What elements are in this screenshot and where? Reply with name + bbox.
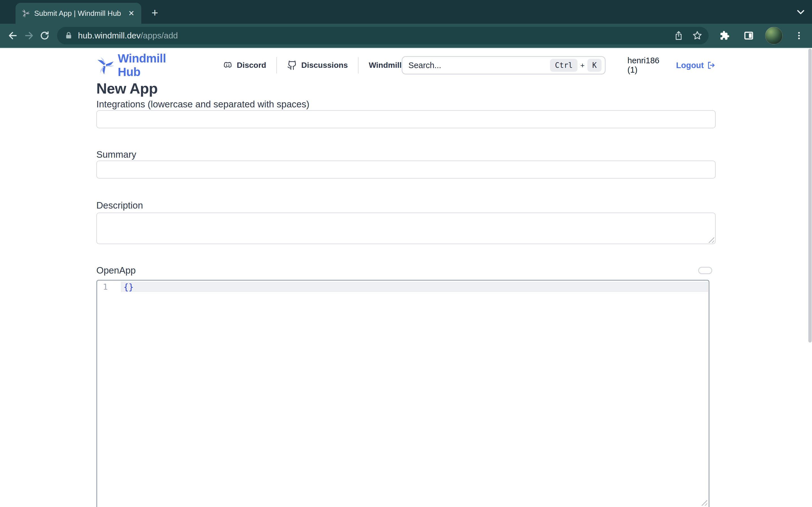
nav-item-discussions[interactable]: Discussions	[287, 60, 348, 70]
kbd-k: K	[587, 59, 602, 72]
back-icon	[8, 30, 18, 41]
page-title: New App	[96, 80, 716, 97]
browser-menu-button[interactable]	[791, 28, 807, 44]
new-tab-button[interactable]: +	[149, 7, 161, 19]
kbd-ctrl: Ctrl	[550, 59, 577, 72]
description-field	[96, 213, 716, 244]
kbd-plus: +	[580, 61, 584, 70]
side-panel-icon	[743, 30, 754, 41]
extensions-puzzle-icon	[719, 30, 730, 41]
github-icon	[287, 60, 297, 70]
toolbar-actions	[716, 27, 807, 44]
user-section: henri186 (1) Logout	[627, 56, 716, 75]
description-label: Description	[96, 200, 716, 211]
description-textarea[interactable]	[96, 213, 716, 244]
tab-search-chevron-icon[interactable]	[796, 7, 806, 17]
tab-title: Submit App | Windmill Hub	[34, 9, 127, 18]
bookmark-button[interactable]	[692, 30, 703, 41]
forward-button[interactable]	[21, 28, 37, 44]
editor-resize-handle[interactable]	[701, 500, 707, 506]
browser-tab[interactable]: Submit App | Windmill Hub ✕	[15, 3, 141, 24]
openapp-row: OpenApp	[96, 265, 716, 276]
brand-name: Windmill Hub	[118, 52, 189, 79]
site-nav: Discord Discussions Windmill	[223, 57, 402, 73]
browser-toolbar: hub.windmill.dev/apps/add	[0, 24, 812, 48]
tab-close-icon[interactable]: ✕	[127, 9, 136, 17]
share-button[interactable]	[673, 30, 684, 41]
url-path: /apps/add	[141, 31, 178, 40]
kebab-menu-icon	[794, 31, 804, 41]
logout-button[interactable]: Logout	[676, 61, 716, 70]
share-icon	[674, 31, 684, 41]
nav-label-windmill: Windmill	[369, 61, 401, 70]
code-line: 1 {}	[97, 281, 708, 292]
search-box[interactable]: Ctrl + K	[402, 56, 606, 74]
reload-button[interactable]	[37, 28, 53, 44]
address-bar[interactable]: hub.windmill.dev/apps/add	[57, 27, 708, 44]
profile-avatar[interactable]	[765, 27, 783, 44]
code-text: {}	[123, 282, 134, 292]
active-code-line[interactable]: {}	[121, 282, 708, 292]
url-text: hub.windmill.dev/apps/add	[78, 31, 178, 41]
openapp-label: OpenApp	[96, 265, 136, 276]
username: henri186 (1)	[627, 56, 669, 75]
discord-icon	[223, 60, 233, 70]
integrations-input[interactable]	[96, 110, 716, 128]
brand-link[interactable]: Windmill Hub	[96, 52, 189, 79]
summary-label: Summary	[96, 149, 716, 161]
windmill-logo-icon	[96, 56, 114, 74]
tab-strip: Submit App | Windmill Hub ✕ +	[0, 0, 812, 24]
page-scrollbar[interactable]	[808, 49, 812, 342]
reload-icon	[40, 31, 50, 41]
search-input[interactable]	[409, 61, 550, 70]
page-content: Windmill Hub Discord	[0, 48, 812, 507]
forward-icon	[23, 30, 34, 41]
browser-window: Submit App | Windmill Hub ✕ + hub.windmi…	[0, 0, 812, 507]
nav-item-windmill[interactable]: Windmill	[369, 61, 401, 70]
logout-icon	[707, 61, 716, 70]
nav-label-discord: Discord	[237, 61, 266, 70]
summary-input[interactable]	[96, 161, 716, 179]
nav-item-discord[interactable]: Discord	[223, 60, 266, 70]
lock-icon	[64, 32, 73, 40]
windmill-favicon-icon	[21, 9, 30, 17]
openapp-toggle[interactable]	[698, 267, 712, 274]
site-header: Windmill Hub Discord	[96, 48, 716, 75]
integrations-label: Integrations (lowercase and separated wi…	[96, 98, 716, 110]
bookmark-star-icon	[692, 30, 703, 41]
line-number: 1	[97, 281, 121, 292]
side-panel-button[interactable]	[741, 28, 757, 44]
nav-separator	[358, 57, 359, 73]
nav-label-discussions: Discussions	[301, 61, 348, 70]
openapp-code-editor[interactable]: 1 {}	[96, 280, 709, 507]
logout-label: Logout	[676, 61, 704, 70]
back-button[interactable]	[5, 28, 21, 44]
url-host: hub.windmill.dev	[78, 31, 141, 40]
extensions-button[interactable]	[716, 28, 732, 44]
nav-separator	[276, 57, 277, 73]
